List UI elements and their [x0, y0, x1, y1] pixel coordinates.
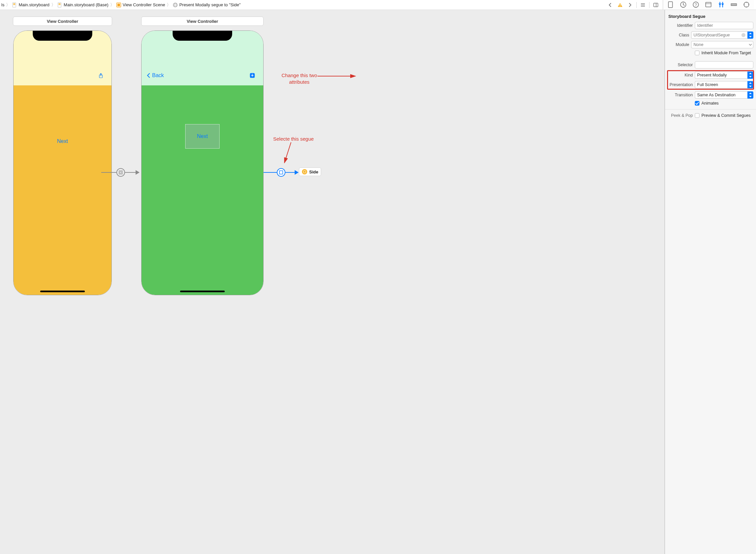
field-inherit-module[interactable]: Inherit Module From Target — [668, 51, 753, 55]
field-kind: Kind Present Modally — [668, 71, 753, 79]
scene-vc2[interactable]: View Controller Back — [141, 16, 264, 295]
inspector-section-header: Storyboard Segue — [668, 13, 753, 19]
checkbox-label: Preview & Commit Segues — [701, 113, 751, 118]
scene-title[interactable]: View Controller — [141, 16, 264, 26]
container-view[interactable]: Next — [185, 124, 219, 149]
checkbox-label: Inherit Module From Target — [701, 51, 751, 55]
back-label: Back — [152, 72, 164, 78]
storyboard-file-icon — [57, 2, 63, 8]
share-icon — [98, 72, 104, 80]
chevron-right-icon: 〉 — [6, 2, 11, 8]
size-inspector-tab[interactable] — [730, 1, 738, 8]
annotation-change-attrs: Change this two attributes — [274, 72, 324, 85]
side-label: Side — [309, 169, 318, 174]
attributes-inspector-tab[interactable] — [718, 1, 725, 8]
breadcrumb-item[interactable]: Main.storyboard (Base) — [56, 2, 110, 8]
field-identifier: Identifier — [668, 22, 753, 29]
storyboard-file-icon — [12, 2, 17, 8]
segue-node-icon — [116, 168, 125, 177]
checkbox[interactable] — [695, 51, 699, 55]
presentation-stepper[interactable] — [747, 81, 753, 88]
module-input[interactable] — [691, 41, 747, 48]
segue-vc1-to-vc2[interactable] — [101, 168, 141, 177]
svg-rect-5 — [59, 4, 61, 5]
download-icon — [249, 72, 256, 79]
presentation-select[interactable]: Full Screen — [695, 81, 747, 88]
breadcrumb-item[interactable]: Present Modally segue to "Side" — [171, 2, 242, 8]
svg-rect-11 — [620, 6, 620, 7]
kind-select[interactable]: Present Modally — [695, 71, 747, 79]
breadcrumb-item[interactable]: ls — [0, 2, 6, 7]
warning-icon — [617, 2, 623, 8]
separator — [649, 2, 649, 8]
breadcrumb-item[interactable]: View Controller Scene — [115, 2, 166, 8]
class-input[interactable] — [691, 32, 747, 39]
notch — [173, 31, 232, 41]
chevron-right-icon: 〉 — [51, 2, 56, 8]
phone-frame: Next — [13, 31, 112, 295]
transition-stepper[interactable] — [747, 91, 753, 99]
checkbox-label: Animates — [701, 101, 718, 106]
assistant-button[interactable] — [652, 1, 659, 9]
identity-inspector-tab[interactable] — [705, 1, 712, 8]
breadcrumb-label: ls — [1, 2, 4, 7]
clear-icon[interactable] — [741, 33, 746, 38]
history-inspector-tab[interactable] — [680, 1, 687, 8]
connections-inspector-tab[interactable] — [743, 1, 750, 8]
file-inspector-tab[interactable] — [667, 1, 674, 8]
field-label: Peek & Pop — [668, 113, 693, 118]
back-button[interactable]: Back — [146, 72, 164, 78]
scene-vc1[interactable]: View Controller Next — [1, 16, 124, 295]
field-label: Module — [668, 42, 689, 47]
download-button[interactable] — [249, 72, 256, 79]
field-module: Module — [668, 41, 753, 48]
svg-rect-9 — [174, 4, 176, 6]
svg-point-8 — [173, 3, 177, 7]
inspector-panel: Storyboard Segue Identifier Class Module — [665, 10, 756, 554]
selector-input[interactable] — [695, 61, 753, 68]
svg-point-21 — [744, 2, 749, 7]
segue-vc2-to-side[interactable] — [264, 168, 300, 177]
arrowhead-icon — [136, 170, 139, 175]
module-dropdown-button[interactable] — [747, 41, 753, 48]
storyboard-canvas[interactable]: View Controller Next — [0, 10, 665, 554]
chevron-right-icon: 〉 — [166, 2, 171, 8]
svg-rect-26 — [279, 171, 283, 174]
svg-line-28 — [285, 142, 291, 163]
svg-rect-4 — [59, 3, 61, 4]
breadcrumb-toolbar: ls 〉 Main.storyboard 〉 Main.storyboard (… — [0, 0, 756, 10]
field-presentation: Presentation Full Screen — [668, 81, 753, 88]
breadcrumb-item[interactable]: Main.storyboard — [11, 2, 51, 8]
kind-stepper[interactable] — [747, 71, 753, 79]
scene-title-label: View Controller — [187, 19, 218, 24]
field-animates[interactable]: Animates — [668, 101, 753, 106]
svg-rect-12 — [654, 3, 658, 7]
transition-value: Same As Destination — [697, 93, 736, 97]
side-vc-badge[interactable]: Side — [299, 167, 321, 176]
breadcrumb-label: View Controller Scene — [123, 2, 165, 7]
scene-title[interactable]: View Controller — [13, 16, 112, 26]
next-button[interactable]: Next — [57, 138, 68, 144]
outline-button[interactable] — [639, 1, 646, 9]
share-button[interactable] — [98, 72, 104, 80]
presentation-value: Full Screen — [697, 82, 718, 87]
transition-select[interactable]: Same As Destination — [695, 91, 747, 99]
nav-back-button[interactable] — [607, 1, 614, 9]
home-indicator — [40, 290, 85, 292]
nav-forward-button[interactable] — [626, 1, 634, 9]
help-inspector-tab[interactable]: ? — [692, 1, 699, 8]
issues-button[interactable] — [617, 1, 624, 9]
svg-rect-24 — [120, 172, 122, 173]
toolbar-right — [607, 1, 662, 9]
next-button[interactable]: Next — [197, 133, 208, 139]
identifier-input[interactable] — [695, 22, 753, 29]
separator — [636, 2, 637, 8]
checkbox[interactable] — [695, 113, 699, 118]
vc2-body-area — [141, 86, 263, 295]
field-transition: Transition Same As Destination — [668, 91, 753, 99]
svg-rect-14 — [668, 2, 672, 8]
class-stepper[interactable] — [747, 32, 753, 39]
svg-rect-10 — [620, 4, 620, 6]
scene-icon — [116, 2, 121, 8]
checkbox[interactable] — [695, 101, 699, 106]
